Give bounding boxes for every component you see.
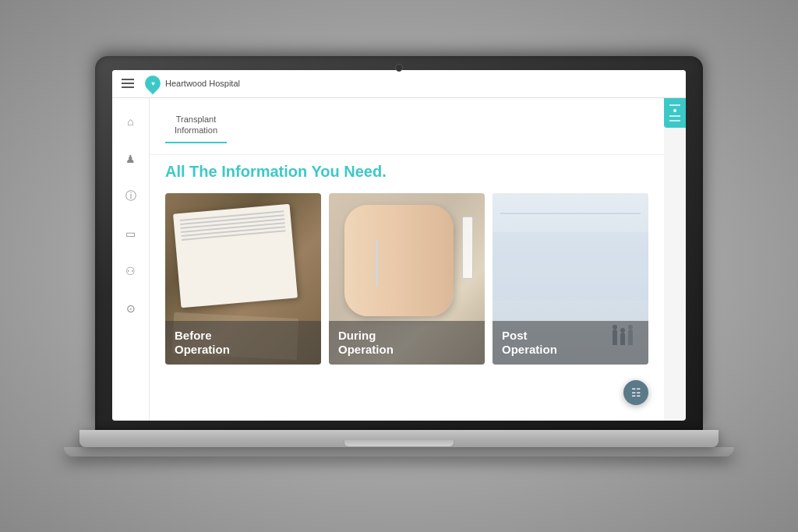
menu-button[interactable] <box>122 79 134 88</box>
card-during-arm <box>344 205 454 316</box>
laptop: Heartwood Hospital ⌂ ♟ ⓘ ▭ ⚇ ⊙ <box>95 56 703 477</box>
sidebar-item-team[interactable]: ⚇ <box>120 260 142 282</box>
card-post-overlay: Post Operation <box>493 321 648 365</box>
sidebar: ⌂ ♟ ⓘ ▭ ⚇ ⊙ <box>112 98 150 421</box>
right-panel <box>664 98 686 421</box>
sidebar-item-person[interactable]: ♟ <box>120 148 142 170</box>
card-during-overlay: During Operation <box>329 321 485 365</box>
sidebar-item-home[interactable]: ⌂ <box>120 111 142 132</box>
card-post-operation[interactable]: Post Operation <box>493 193 648 365</box>
card-during-iv <box>462 217 473 279</box>
app: Heartwood Hospital ⌂ ♟ ⓘ ▭ ⚇ ⊙ <box>112 70 686 421</box>
screen-bezel: Heartwood Hospital ⌂ ♟ ⓘ ▭ ⚇ ⊙ <box>95 56 703 430</box>
chat-bubble-button[interactable]: ☷ <box>623 380 648 405</box>
sidebar-item-book[interactable]: ▭ <box>120 223 142 245</box>
logo-icon <box>142 72 164 94</box>
sidebar-item-location[interactable]: ⊙ <box>120 298 142 319</box>
cards-section: Before Operation <box>150 187 664 420</box>
card-during-label: During Operation <box>338 329 475 357</box>
card-before-label: Before Operation <box>175 329 312 357</box>
bookmark-tab[interactable] <box>664 98 686 128</box>
topbar: Heartwood Hospital <box>112 70 686 98</box>
content-area: Transplant Information All The Informati… <box>150 98 664 421</box>
content-header: Transplant Information <box>150 98 664 156</box>
page-title: All The Information You Need. <box>150 155 664 187</box>
screen: Heartwood Hospital ⌂ ♟ ⓘ ▭ ⚇ ⊙ <box>112 70 686 421</box>
sidebar-item-info[interactable]: ⓘ <box>120 185 142 207</box>
breadcrumb: Transplant Information <box>165 111 227 144</box>
main-layout: ⌂ ♟ ⓘ ▭ ⚇ ⊙ Transplant Information <box>112 98 686 421</box>
bookmark-dot <box>673 109 676 112</box>
card-before-operation[interactable]: Before Operation <box>165 193 321 365</box>
bookmark-line-2 <box>669 115 680 117</box>
card-post-label: Post Operation <box>502 329 639 357</box>
breadcrumb-text: Transplant Information <box>175 115 217 135</box>
bookmark-line-1 <box>669 104 680 106</box>
card-before-overlay: Before Operation <box>165 321 321 365</box>
bookmark-line-3 <box>669 120 680 122</box>
logo: Heartwood Hospital <box>145 76 240 91</box>
laptop-base <box>64 447 734 456</box>
card-during-operation[interactable]: During Operation <box>329 193 485 365</box>
logo-text: Heartwood Hospital <box>165 79 240 88</box>
laptop-bottom <box>79 430 719 447</box>
